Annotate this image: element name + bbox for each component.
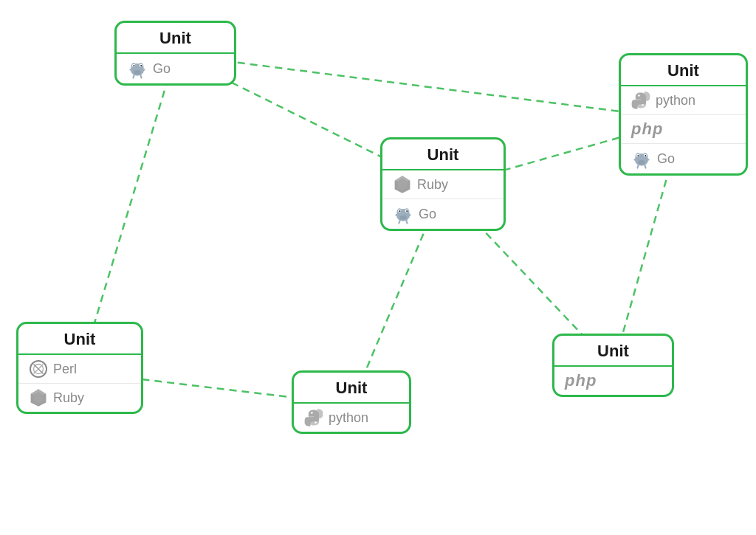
svg-line-0 — [176, 55, 684, 120]
card-top-right-lang-php: php — [621, 115, 746, 144]
python-icon — [304, 408, 323, 427]
card-bottom-center-lang-python: python — [294, 404, 409, 432]
perl-label: Perl — [53, 362, 77, 377]
ruby-label: Ruby — [417, 177, 448, 193]
svg-line-30 — [637, 165, 638, 168]
php-label: php — [631, 120, 663, 139]
card-center-lang-ruby: Ruby — [382, 170, 504, 199]
card-bottom-right-title: Unit — [554, 336, 672, 367]
card-center-lang-go: Go — [382, 199, 504, 229]
python-icon — [631, 91, 650, 110]
svg-point-19 — [142, 69, 145, 71]
svg-line-46 — [406, 220, 407, 223]
card-center: Unit Ruby Go — [380, 137, 506, 231]
svg-point-15 — [134, 70, 141, 75]
svg-point-54 — [311, 412, 313, 414]
card-top-left-lang-go: Go — [117, 54, 234, 83]
php-label: php — [565, 371, 597, 390]
svg-point-18 — [130, 69, 133, 71]
python-label: python — [656, 93, 695, 108]
svg-point-21 — [642, 104, 644, 106]
svg-point-14 — [140, 65, 142, 66]
svg-point-33 — [646, 159, 649, 161]
ruby-icon — [393, 175, 412, 194]
svg-point-29 — [638, 160, 645, 165]
go-icon — [127, 58, 148, 79]
card-top-right-lang-go: Go — [621, 144, 746, 173]
card-bottom-left-title: Unit — [18, 324, 141, 355]
card-bottom-right-lang-php: php — [554, 367, 672, 395]
card-bottom-left-lang-ruby: Ruby — [18, 384, 141, 412]
card-bottom-left: Unit Perl Ruby — [16, 322, 143, 414]
ruby-icon — [29, 388, 48, 407]
svg-point-44 — [399, 215, 407, 220]
python-label: python — [329, 410, 368, 426]
card-top-right-lang-python: python — [621, 86, 746, 115]
card-bottom-center: Unit python — [292, 370, 411, 434]
card-top-right-title: Unit — [621, 55, 746, 86]
perl-icon — [29, 359, 48, 379]
go-label: Go — [153, 61, 171, 77]
card-top-left: Unit Go — [114, 21, 236, 86]
card-bottom-left-lang-perl: Perl — [18, 355, 141, 384]
card-center-title: Unit — [382, 139, 504, 170]
svg-point-55 — [315, 421, 317, 424]
svg-point-42 — [399, 210, 400, 212]
svg-point-28 — [645, 155, 646, 156]
svg-line-17 — [140, 75, 141, 77]
go-label: Go — [657, 151, 675, 167]
ruby-label: Ruby — [53, 390, 84, 406]
svg-point-43 — [406, 210, 408, 212]
svg-point-27 — [637, 155, 639, 156]
svg-point-48 — [408, 214, 410, 216]
card-bottom-right: Unitphp — [552, 334, 674, 397]
go-icon — [631, 148, 652, 169]
svg-point-13 — [133, 65, 134, 66]
card-top-left-title: Unit — [117, 23, 234, 54]
go-icon — [393, 204, 413, 224]
svg-line-31 — [645, 165, 645, 168]
card-top-right: Unit pythonphp Go — [619, 53, 748, 176]
svg-line-16 — [133, 75, 134, 77]
card-bottom-center-title: Unit — [294, 373, 409, 404]
svg-point-32 — [634, 159, 637, 161]
svg-point-20 — [638, 94, 640, 97]
go-label: Go — [419, 207, 436, 222]
svg-point-47 — [396, 214, 399, 216]
svg-line-45 — [399, 220, 399, 223]
